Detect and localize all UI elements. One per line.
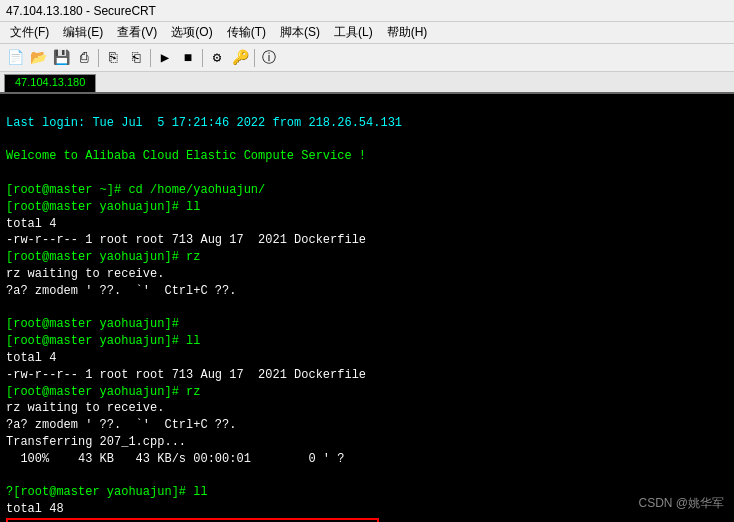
window-title: 47.104.13.180 - SecureCRT (6, 4, 156, 18)
toolbar-sep4 (254, 49, 255, 67)
toolbar-info-btn[interactable]: ⓘ (258, 47, 280, 69)
term-line-6: -rw-r--r-- 1 root root 713 Aug 17 2021 D… (6, 233, 366, 247)
term-line-16: ?a? zmodem ' ??. `' Ctrl+C ??. (6, 418, 236, 432)
menu-bar: 文件(F) 编辑(E) 查看(V) 选项(O) 传输(T) 脚本(S) 工具(L… (0, 22, 734, 44)
term-line-14: [root@master yaohuajun]# rz (6, 385, 200, 399)
toolbar-sep2 (150, 49, 151, 67)
term-line-11: [root@master yaohuajun]# ll (6, 334, 200, 348)
toolbar-copy-btn[interactable]: ⎘ (102, 47, 124, 69)
menu-help[interactable]: 帮助(H) (381, 23, 434, 42)
term-line-10: [root@master yaohuajun]# (6, 317, 179, 331)
menu-script[interactable]: 脚本(S) (274, 23, 326, 42)
terminal[interactable]: Last login: Tue Jul 5 17:21:46 2022 from… (0, 94, 734, 522)
toolbar: 📄 📂 💾 ⎙ ⎘ ⎗ ▶ ■ ⚙ 🔑 ⓘ (0, 44, 734, 72)
toolbar-paste-btn[interactable]: ⎗ (125, 47, 147, 69)
menu-tools[interactable]: 工具(L) (328, 23, 379, 42)
tab-bar: 47.104.13.180 (0, 72, 734, 94)
toolbar-key-btn[interactable]: 🔑 (229, 47, 251, 69)
toolbar-new-btn[interactable]: 📄 (4, 47, 26, 69)
term-line-5: total 4 (6, 217, 56, 231)
term-line-4: [root@master yaohuajun]# ll (6, 200, 200, 214)
menu-options[interactable]: 选项(O) (165, 23, 218, 42)
toolbar-sep3 (202, 49, 203, 67)
term-line-1: Last login: Tue Jul 5 17:21:46 2022 from… (6, 116, 402, 130)
toolbar-print-btn[interactable]: ⎙ (73, 47, 95, 69)
toolbar-open-btn[interactable]: 📂 (27, 47, 49, 69)
term-line-20: total 48 (6, 502, 64, 516)
toolbar-sep1 (98, 49, 99, 67)
term-line-12: total 4 (6, 351, 56, 365)
term-line-13: -rw-r--r-- 1 root root 713 Aug 17 2021 D… (6, 368, 366, 382)
toolbar-settings-btn[interactable]: ⚙ (206, 47, 228, 69)
term-line-19: ?[root@master yaohuajun]# ll (6, 485, 208, 499)
menu-transfer[interactable]: 传输(T) (221, 23, 272, 42)
term-line-7: [root@master yaohuajun]# rz (6, 250, 200, 264)
menu-edit[interactable]: 编辑(E) (57, 23, 109, 42)
menu-view[interactable]: 查看(V) (111, 23, 163, 42)
term-line-18: 100% 43 KB 43 KB/s 00:00:01 0 ' ? (6, 452, 344, 466)
term-line-17: Transferring 207_1.cpp... (6, 435, 186, 449)
term-line-2: Welcome to Alibaba Cloud Elastic Compute… (6, 149, 366, 163)
highlight-box: -rw-r--r-- 1 root root 44604 Jun 27 11:1… (6, 518, 379, 522)
term-line-8: rz waiting to receive. (6, 267, 164, 281)
term-line-15: rz waiting to receive. (6, 401, 164, 415)
term-line-3: [root@master ~]# cd /home/yaohuajun/ (6, 183, 265, 197)
title-bar: 47.104.13.180 - SecureCRT (0, 0, 734, 22)
toolbar-disconnect-btn[interactable]: ■ (177, 47, 199, 69)
tab-session[interactable]: 47.104.13.180 (4, 74, 96, 92)
term-line-9: ?a? zmodem ' ??. `' Ctrl+C ??. (6, 284, 236, 298)
toolbar-connect-btn[interactable]: ▶ (154, 47, 176, 69)
toolbar-save-btn[interactable]: 💾 (50, 47, 72, 69)
menu-file[interactable]: 文件(F) (4, 23, 55, 42)
